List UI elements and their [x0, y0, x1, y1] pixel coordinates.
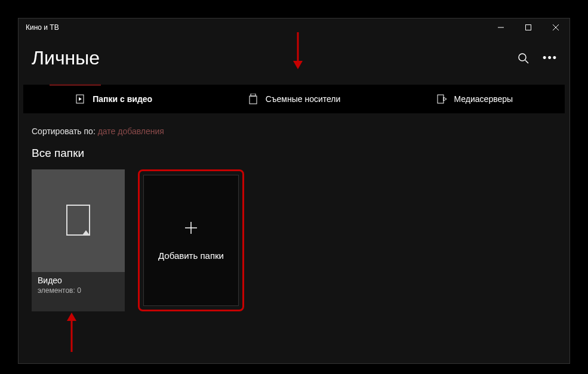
source-tabs: Папки с видео Съемные носители Медиасерв… — [23, 85, 565, 113]
svg-rect-10 — [438, 95, 444, 103]
tab-video-folders[interactable]: Папки с видео — [23, 85, 204, 113]
usb-icon — [248, 94, 258, 104]
tab-label: Съемные носители — [266, 94, 341, 104]
add-folder-tile-highlight: Добавить папки — [138, 169, 244, 311]
folder-name: Видео — [38, 276, 119, 285]
more-icon: ••• — [543, 52, 558, 64]
search-button[interactable] — [518, 52, 529, 64]
svg-rect-8 — [251, 94, 255, 96]
close-icon — [553, 24, 559, 30]
section-all-folders: Все папки — [32, 147, 558, 160]
folder-tile-video[interactable]: Видео элементов: 0 — [32, 169, 125, 311]
page-header: Личные ••• — [19, 36, 569, 75]
add-folder-label: Добавить папки — [158, 251, 224, 261]
more-button[interactable]: ••• — [543, 52, 558, 64]
sort-row[interactable]: Сортировать по: дате добавления — [32, 126, 558, 136]
page-title: Личные — [32, 47, 100, 69]
close-button[interactable] — [542, 18, 569, 36]
folder-item-count: элементов: 0 — [38, 286, 119, 295]
search-icon — [518, 52, 529, 64]
plus-icon — [183, 220, 199, 240]
svg-point-4 — [519, 54, 526, 61]
title-underline — [50, 84, 101, 86]
sort-label: Сортировать по: — [32, 126, 96, 136]
title-bar: Кино и ТВ — [19, 18, 569, 36]
app-window: Кино и ТВ Личные ••• — [18, 18, 570, 364]
window-controls — [487, 18, 569, 36]
svg-rect-1 — [526, 25, 531, 30]
tab-removable-media[interactable]: Съемные носители — [204, 85, 384, 113]
maximize-button[interactable] — [515, 18, 542, 36]
svg-line-5 — [525, 60, 528, 63]
app-title: Кино и ТВ — [26, 23, 59, 32]
minimize-button[interactable] — [487, 18, 515, 36]
folder-meta: Видео элементов: 0 — [32, 272, 125, 303]
tab-mediaservers[interactable]: Медиасерверы — [384, 85, 565, 113]
folder-tiles: Видео элементов: 0 Добавить папки — [32, 169, 558, 311]
server-icon — [436, 94, 447, 104]
document-icon — [64, 204, 92, 237]
svg-rect-9 — [250, 96, 257, 104]
folder-thumbnail — [32, 169, 125, 272]
maximize-icon — [525, 24, 531, 30]
svg-marker-13 — [82, 230, 90, 235]
add-folder-tile[interactable]: Добавить папки — [143, 175, 239, 306]
svg-marker-7 — [79, 97, 82, 101]
tab-label: Медиасерверы — [454, 94, 513, 104]
folder-with-video-icon — [75, 94, 85, 104]
header-actions: ••• — [518, 52, 558, 64]
content-body: Сортировать по: дате добавления Все папк… — [19, 113, 569, 317]
svg-marker-11 — [444, 97, 447, 101]
minimize-icon — [498, 24, 504, 30]
tab-label: Папки с видео — [93, 94, 152, 104]
sort-value: дате добавления — [98, 126, 164, 136]
